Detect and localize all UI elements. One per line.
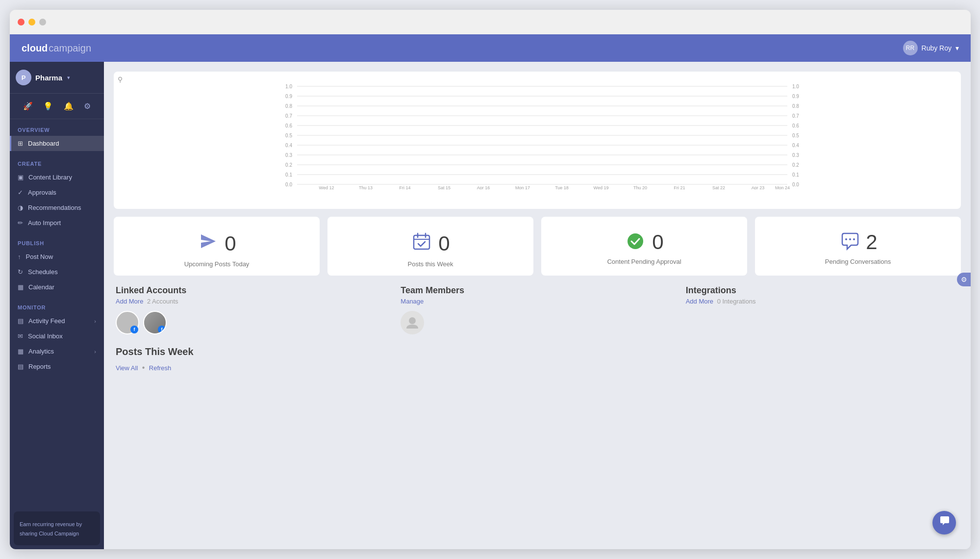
svg-text:Apr 23: Apr 23 (752, 185, 765, 189)
sidebar: P Pharma ▾ 🚀 💡 🔔 ⚙ Overview ⊞ Dashboard (10, 62, 104, 549)
posts-week-count: 0 (438, 232, 450, 255)
pending-approval-count: 0 (652, 230, 663, 254)
sidebar-item-label: Social Inbox (28, 332, 63, 340)
logo-cloud: cloud (22, 43, 48, 54)
svg-text:0.4: 0.4 (285, 143, 292, 148)
sidebar-item-approvals[interactable]: ✓ Approvals (10, 185, 104, 200)
team-members-manage-link[interactable]: Manage (401, 298, 424, 305)
logo: cloudcampaign (22, 43, 91, 54)
pending-conversations-label: Pending Conversations (825, 258, 891, 265)
linked-accounts-add-more-link[interactable]: Add More (116, 298, 143, 305)
sidebar-item-content-library[interactable]: ▣ Content Library (10, 170, 104, 185)
bulb-icon[interactable]: 💡 (41, 100, 55, 113)
sidebar-item-label: Recommendations (28, 204, 81, 211)
workspace-name: Pharma (35, 74, 62, 82)
svg-point-53 (853, 238, 855, 240)
side-panel-toggle[interactable]: ⚙ (957, 273, 971, 286)
stat-card-top: 0 (625, 230, 663, 254)
svg-point-52 (849, 238, 851, 240)
linked-accounts-title: Linked Accounts (116, 285, 389, 296)
social-inbox-icon: ✉ (18, 332, 23, 340)
svg-text:1.0: 1.0 (285, 84, 292, 89)
avatar: RR (903, 41, 918, 55)
chat-button[interactable] (932, 511, 956, 534)
rocket-icon[interactable]: 🚀 (21, 100, 35, 113)
nav-section-publish: Publish ↑ Post Now ↻ Schedules ▦ Calenda… (10, 232, 104, 297)
sidebar-item-label: Content Library (28, 174, 72, 181)
svg-point-54 (409, 317, 416, 324)
top-bar: cloudcampaign RR Ruby Roy ▾ (10, 34, 971, 62)
sidebar-item-auto-import[interactable]: ✏ Auto Import (10, 215, 104, 230)
user-caret-icon: ▾ (955, 44, 959, 52)
svg-text:Thu 20: Thu 20 (633, 185, 647, 189)
calendar-check-icon (411, 230, 432, 256)
stat-card-top: 2 (838, 230, 877, 254)
integrations-add-more-link[interactable]: Add More (686, 298, 713, 305)
sidebar-footer[interactable]: Earn recurring revenue by sharing Cloud … (14, 511, 100, 545)
stat-card-top: 0 (411, 230, 450, 256)
account-avatar-1: f (116, 311, 139, 334)
sidebar-item-dashboard[interactable]: ⊞ Dashboard (10, 136, 104, 151)
pending-conversations-count: 2 (866, 230, 877, 254)
analytics-icon: ▦ (18, 348, 24, 355)
chart-area: 1.0 0.9 0.8 0.7 0.6 0.5 0.4 0.3 0.2 0.1 … (124, 81, 951, 199)
pin-icon[interactable]: ⚲ (118, 76, 123, 83)
nav-section-title-monitor: Monitor (10, 303, 104, 313)
reports-icon: ▤ (18, 363, 24, 370)
integrations-subtitle: Add More 0 Integrations (686, 298, 959, 305)
integrations-title: Integrations (686, 285, 959, 296)
chat-icon (838, 230, 860, 254)
side-panel-icon: ⚙ (961, 276, 967, 283)
sidebar-item-social-inbox[interactable]: ✉ Social Inbox (10, 329, 104, 344)
posts-refresh-link[interactable]: Refresh (149, 364, 172, 372)
stat-card-posts-week: 0 Posts this Week (327, 217, 533, 276)
nav-section-monitor: Monitor ▤ Activity Feed › ✉ Social Inbox… (10, 297, 104, 376)
sidebar-item-reports[interactable]: ▤ Reports (10, 359, 104, 374)
settings-icon[interactable]: ⚙ (82, 100, 93, 113)
posts-this-week-title: Posts This Week (116, 346, 194, 357)
maximize-button[interactable] (39, 19, 46, 25)
bell-icon[interactable]: 🔔 (62, 100, 75, 113)
svg-text:0.6: 0.6 (792, 123, 799, 128)
upcoming-posts-count: 0 (225, 232, 236, 255)
sidebar-item-schedules[interactable]: ↻ Schedules (10, 264, 104, 280)
svg-text:0.5: 0.5 (285, 133, 292, 138)
svg-point-50 (628, 233, 643, 249)
svg-text:0.0: 0.0 (285, 182, 292, 187)
svg-text:Tue 18: Tue 18 (555, 185, 569, 189)
posts-view-all-link[interactable]: View All (116, 364, 138, 372)
svg-text:0.9: 0.9 (792, 94, 799, 99)
facebook-badge-icon-2: f (158, 326, 166, 333)
team-members-section: Team Members Manage (401, 285, 674, 334)
close-button[interactable] (18, 19, 25, 25)
stat-card-pending-conversations: 2 Pending Conversations (755, 217, 961, 276)
sidebar-quick-icons: 🚀 💡 🔔 ⚙ (10, 94, 104, 119)
posts-separator: • (142, 363, 145, 372)
svg-text:0.2: 0.2 (285, 162, 292, 168)
integrations-count: 0 Integrations (717, 298, 756, 305)
line-chart: 1.0 0.9 0.8 0.7 0.6 0.5 0.4 0.3 0.2 0.1 … (124, 81, 951, 189)
svg-text:Wed 19: Wed 19 (594, 185, 609, 189)
minimize-button[interactable] (28, 19, 35, 25)
posts-week-label: Posts this Week (408, 260, 453, 268)
stat-card-pending-approval: 0 Content Pending Approval (541, 217, 747, 276)
nav-section-create: Create ▣ Content Library ✓ Approvals ◑ R… (10, 153, 104, 232)
svg-text:Thu 13: Thu 13 (359, 185, 373, 189)
sidebar-item-label: Schedules (28, 268, 58, 276)
sidebar-item-analytics[interactable]: ▦ Analytics › (10, 344, 104, 359)
workspace-selector[interactable]: P Pharma ▾ (10, 62, 104, 94)
sidebar-item-post-now[interactable]: ↑ Post Now (10, 249, 104, 264)
svg-text:Fri 21: Fri 21 (674, 185, 685, 189)
sidebar-item-calendar[interactable]: ▦ Calendar (10, 280, 104, 295)
user-menu[interactable]: RR Ruby Roy ▾ (903, 41, 959, 55)
posts-this-week-section: Posts This Week View All • Refresh (114, 346, 961, 372)
check-circle-icon (625, 230, 646, 254)
sidebar-item-activity-feed[interactable]: ▤ Activity Feed › (10, 313, 104, 329)
svg-text:Mon 17: Mon 17 (515, 185, 530, 189)
svg-text:0.8: 0.8 (285, 103, 292, 109)
svg-text:Mon 24: Mon 24 (775, 185, 790, 189)
sidebar-item-recommendations[interactable]: ◑ Recommendations (10, 200, 104, 215)
team-member-avatar (401, 311, 424, 334)
sidebar-item-label: Activity Feed (28, 317, 65, 325)
lower-sections: Linked Accounts Add More 2 Accounts f f (114, 285, 961, 334)
